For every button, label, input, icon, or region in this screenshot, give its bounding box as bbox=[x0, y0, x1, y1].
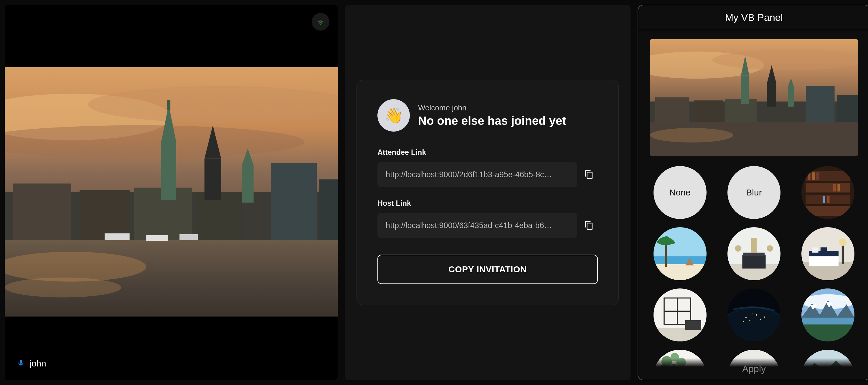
welcome-text: Welcome john bbox=[418, 103, 566, 112]
copy-host-link-button[interactable] bbox=[580, 213, 598, 238]
svg-rect-45 bbox=[806, 206, 850, 216]
vb-option-bookshelf[interactable] bbox=[801, 166, 855, 219]
wave-avatar: 👋 bbox=[377, 99, 410, 132]
vb-apply-button[interactable]: Apply bbox=[638, 358, 868, 380]
svg-point-66 bbox=[767, 245, 773, 252]
copy-icon bbox=[584, 170, 594, 179]
svg-point-40 bbox=[650, 128, 733, 142]
svg-rect-72 bbox=[820, 248, 827, 253]
vb-preview bbox=[638, 30, 868, 161]
svg-rect-71 bbox=[812, 248, 818, 253]
vb-options-grid: None Blur bbox=[638, 161, 868, 370]
vb-option-bedroom[interactable] bbox=[801, 227, 855, 280]
svg-rect-52 bbox=[827, 196, 830, 203]
copy-attendee-link-button[interactable] bbox=[580, 162, 598, 187]
join-status-heading: No one else has joined yet bbox=[418, 114, 566, 128]
host-link-field[interactable]: http://localhost:9000/63f435ad-c41b-4eba… bbox=[377, 213, 577, 238]
svg-rect-80 bbox=[685, 320, 701, 330]
svg-rect-50 bbox=[838, 184, 840, 191]
video-tile: john bbox=[5, 5, 338, 380]
svg-rect-21 bbox=[104, 234, 130, 240]
vb-option-none[interactable]: None bbox=[653, 166, 707, 219]
svg-rect-97 bbox=[801, 325, 855, 342]
svg-rect-96 bbox=[801, 318, 855, 325]
svg-point-65 bbox=[735, 245, 741, 252]
svg-rect-31 bbox=[741, 76, 749, 104]
wifi-icon bbox=[316, 18, 325, 26]
svg-rect-9 bbox=[161, 142, 176, 201]
attendee-link-label: Attendee Link bbox=[377, 148, 598, 156]
svg-rect-37 bbox=[806, 86, 835, 125]
svg-point-74 bbox=[839, 238, 846, 246]
vb-option-beach[interactable] bbox=[653, 227, 707, 280]
svg-point-85 bbox=[749, 320, 750, 321]
vb-option-blur[interactable]: Blur bbox=[727, 166, 780, 219]
video-background-image bbox=[5, 67, 338, 317]
svg-point-89 bbox=[764, 316, 765, 318]
svg-rect-73 bbox=[842, 243, 844, 264]
microphone-icon bbox=[17, 358, 25, 369]
video-content bbox=[5, 5, 338, 380]
vb-option-livingroom[interactable] bbox=[727, 227, 780, 280]
svg-rect-64 bbox=[751, 238, 756, 252]
svg-rect-79 bbox=[653, 328, 707, 342]
svg-rect-55 bbox=[653, 264, 707, 280]
svg-point-86 bbox=[756, 314, 757, 316]
vb-panel-title: My VB Panel bbox=[638, 5, 868, 30]
svg-rect-38 bbox=[837, 95, 858, 125]
vb-panel: My VB Panel bbox=[638, 5, 868, 380]
center-panel: 👋 Welcome john No one else has joined ye… bbox=[345, 5, 630, 380]
svg-rect-14 bbox=[242, 166, 254, 203]
svg-rect-28 bbox=[655, 97, 689, 125]
host-link-section: Host Link http://localhost:9000/63f435ad… bbox=[377, 199, 598, 238]
svg-rect-35 bbox=[788, 87, 794, 107]
svg-point-83 bbox=[727, 309, 780, 342]
svg-rect-63 bbox=[743, 253, 765, 256]
host-link-label: Host Link bbox=[377, 199, 598, 208]
attendee-link-section: Attendee Link http://localhost:9000/2d6f… bbox=[377, 148, 598, 187]
svg-rect-23 bbox=[180, 234, 198, 240]
svg-rect-49 bbox=[833, 184, 836, 191]
svg-rect-51 bbox=[823, 196, 825, 203]
participant-info: john bbox=[17, 358, 46, 369]
vb-preview-image bbox=[650, 39, 858, 156]
svg-point-88 bbox=[752, 313, 753, 314]
vb-option-earth-night[interactable] bbox=[727, 288, 780, 342]
svg-rect-29 bbox=[694, 100, 723, 125]
svg-rect-16 bbox=[271, 163, 317, 242]
svg-point-90 bbox=[743, 321, 744, 322]
signal-strength-badge bbox=[312, 13, 330, 31]
wave-emoji-icon: 👋 bbox=[384, 107, 403, 125]
invite-header: 👋 Welcome john No one else has joined ye… bbox=[377, 99, 598, 132]
svg-rect-46 bbox=[808, 173, 810, 180]
copy-invitation-button[interactable]: COPY INVITATION bbox=[377, 255, 598, 284]
svg-rect-12 bbox=[205, 159, 221, 200]
svg-rect-43 bbox=[806, 183, 850, 193]
vb-option-office[interactable] bbox=[653, 288, 707, 342]
svg-rect-56 bbox=[665, 243, 666, 267]
svg-rect-33 bbox=[767, 83, 776, 107]
svg-rect-11 bbox=[167, 100, 170, 110]
invite-card: 👋 Welcome john No one else has joined ye… bbox=[356, 80, 619, 305]
svg-point-87 bbox=[760, 319, 761, 320]
participant-name: john bbox=[29, 358, 46, 369]
svg-rect-48 bbox=[816, 173, 819, 180]
svg-rect-62 bbox=[742, 255, 766, 269]
svg-rect-22 bbox=[146, 235, 168, 241]
copy-icon bbox=[584, 221, 594, 230]
svg-point-84 bbox=[745, 317, 747, 318]
vb-option-mountains[interactable] bbox=[801, 288, 855, 342]
svg-point-20 bbox=[5, 278, 121, 298]
svg-rect-47 bbox=[812, 173, 815, 180]
svg-rect-5 bbox=[13, 184, 71, 242]
attendee-link-field[interactable]: http://localhost:9000/2d6f11b3-a95e-46b5… bbox=[377, 162, 577, 187]
svg-rect-17 bbox=[319, 180, 338, 242]
